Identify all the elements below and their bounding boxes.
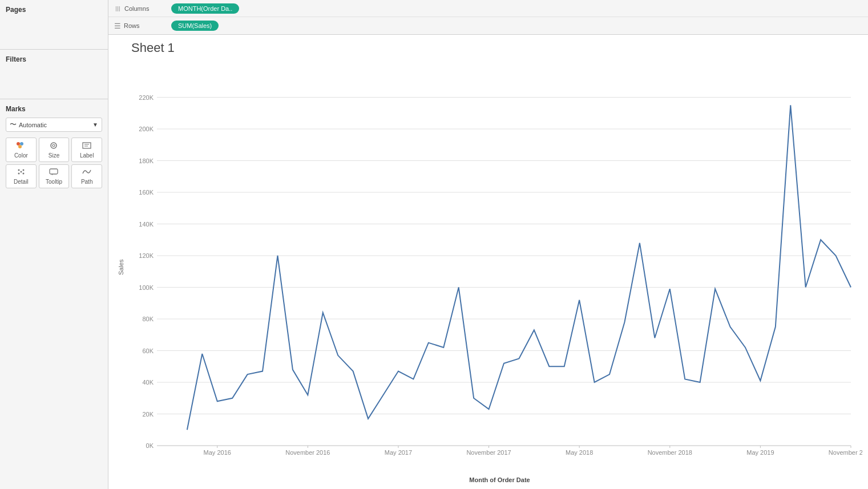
svg-text:100K: 100K (139, 284, 154, 291)
chart-title: Sheet 1 (114, 41, 862, 55)
marks-label-button[interactable]: Label (71, 138, 102, 162)
columns-icon: ⫼ (114, 4, 122, 13)
svg-text:40K: 40K (142, 379, 154, 386)
svg-text:May 2017: May 2017 (385, 449, 412, 456)
line-chart-svg: 220K200K180K160K140K120K100K80K60K40K20K… (126, 60, 862, 474)
filters-content (6, 67, 102, 95)
svg-text:May 2018: May 2018 (566, 449, 593, 456)
pages-title: Pages (6, 6, 102, 14)
svg-point-10 (18, 173, 19, 175)
marks-type-icon: 〜 (10, 120, 17, 130)
columns-label-text: Columns (124, 5, 149, 12)
svg-point-2 (18, 145, 22, 148)
svg-point-1 (20, 142, 23, 146)
marks-path-label: Path (81, 179, 93, 185)
columns-pill[interactable]: MONTH(Order Da.. (171, 3, 239, 14)
svg-point-3 (51, 143, 56, 148)
svg-text:November 2019: November 2019 (829, 449, 862, 456)
chart-inner: 220K200K180K160K140K120K100K80K60K40K20K… (126, 60, 862, 474)
rows-label-text: Rows (124, 22, 140, 29)
filters-section: Filters (0, 50, 108, 99)
rows-icon: ☰ (114, 22, 121, 30)
filters-title: Filters (6, 55, 102, 63)
svg-text:0K: 0K (146, 442, 154, 449)
marks-size-button[interactable]: Size (39, 138, 70, 162)
svg-text:160K: 160K (139, 189, 154, 196)
svg-text:200K: 200K (139, 126, 154, 132)
marks-detail-label: Detail (14, 179, 29, 185)
main-content: ⫼ Columns MONTH(Order Da.. ☰ Rows SUM(Sa… (108, 0, 868, 489)
svg-rect-13 (50, 169, 58, 174)
svg-rect-5 (83, 143, 91, 148)
svg-marker-14 (51, 174, 53, 175)
pages-section: Pages (0, 0, 108, 50)
pages-content (6, 17, 102, 46)
svg-text:180K: 180K (139, 157, 154, 164)
marks-type-label: Automatic (19, 122, 47, 128)
svg-point-0 (17, 142, 20, 146)
chart-container: Sales 220K200K180K160K140K120K100K80K60K… (114, 60, 862, 474)
size-icon (49, 142, 59, 151)
svg-text:May 2016: May 2016 (204, 449, 231, 456)
svg-point-11 (22, 173, 24, 175)
svg-text:140K: 140K (139, 221, 154, 228)
svg-text:May 2019: May 2019 (746, 449, 774, 456)
label-icon (82, 142, 92, 151)
columns-shelf-label: ⫼ Columns (114, 4, 171, 13)
rows-shelf-row: ☰ Rows SUM(Sales) (108, 17, 868, 34)
columns-shelf-row: ⫼ Columns MONTH(Order Da.. (108, 0, 868, 17)
dropdown-arrow-icon: ▼ (92, 122, 98, 128)
svg-text:November 2017: November 2017 (466, 449, 511, 456)
svg-point-4 (53, 144, 55, 147)
color-dots-icon (16, 141, 26, 151)
shelf-area: ⫼ Columns MONTH(Order Da.. ☰ Rows SUM(Sa… (108, 0, 868, 35)
detail-icon (16, 168, 26, 177)
svg-text:220K: 220K (139, 94, 154, 101)
marks-type-dropdown[interactable]: 〜 Automatic ▼ (6, 118, 102, 132)
svg-text:60K: 60K (142, 347, 154, 354)
marks-path-button[interactable]: Path (71, 164, 102, 188)
marks-color-button[interactable]: Color (6, 138, 37, 162)
marks-detail-button[interactable]: Detail (6, 164, 37, 188)
path-icon (82, 168, 92, 177)
chart-area: Sheet 1 Sales 220K200K180K160K140K120K10… (108, 35, 868, 489)
chart-svg-wrapper: 220K200K180K160K140K120K100K80K60K40K20K… (126, 60, 862, 474)
svg-text:120K: 120K (139, 252, 154, 259)
marks-tooltip-label: Tooltip (46, 179, 62, 185)
marks-label-label: Label (80, 152, 94, 159)
svg-point-8 (18, 169, 19, 171)
marks-section: Marks 〜 Automatic ▼ Color (0, 99, 108, 194)
sidebar: Pages Filters Marks 〜 Automatic ▼ (0, 0, 108, 489)
svg-point-12 (20, 171, 22, 173)
rows-shelf-label: ☰ Rows (114, 22, 171, 30)
marks-tooltip-button[interactable]: Tooltip (39, 164, 70, 188)
svg-text:November 2016: November 2016 (285, 449, 330, 456)
rows-pill[interactable]: SUM(Sales) (171, 21, 219, 31)
svg-point-9 (22, 169, 24, 171)
marks-buttons-grid: Color Size (6, 138, 102, 188)
x-axis-label: Month of Order Date (114, 476, 862, 483)
marks-title: Marks (6, 105, 102, 113)
marks-color-label: Color (14, 152, 28, 159)
svg-text:80K: 80K (142, 316, 154, 322)
svg-text:20K: 20K (142, 411, 154, 418)
tooltip-icon (49, 168, 59, 177)
marks-size-label: Size (49, 152, 59, 159)
y-axis-label: Sales (114, 60, 126, 474)
svg-text:November 2018: November 2018 (648, 449, 692, 456)
